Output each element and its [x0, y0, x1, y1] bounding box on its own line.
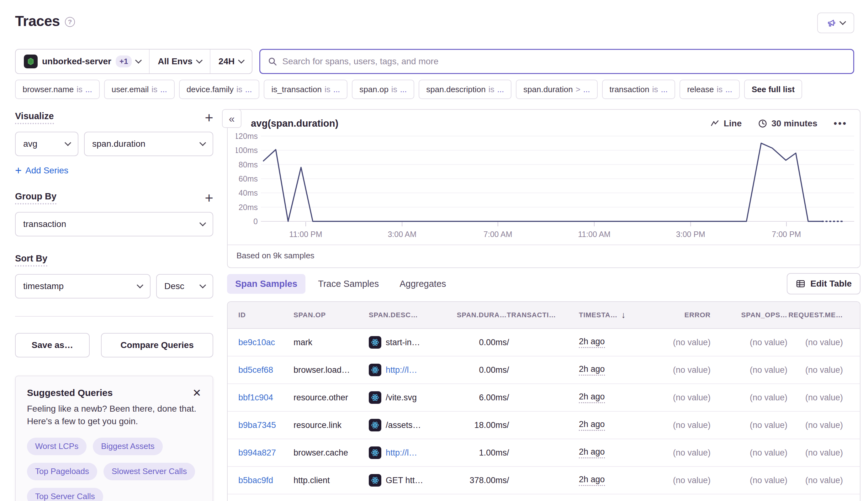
- tab-trace-samples[interactable]: Trace Samples: [310, 274, 387, 294]
- filter-chip-browser.name[interactable]: browser.nameis...: [15, 79, 100, 99]
- cell-timestamp[interactable]: 2h ago: [579, 419, 638, 431]
- react-project-icon: [369, 446, 381, 459]
- sort-desc-icon[interactable]: ↓: [621, 310, 626, 320]
- column-header[interactable]: SPAN.OP: [294, 311, 369, 319]
- suggested-query-chip[interactable]: Top Pageloads: [27, 463, 97, 480]
- close-icon[interactable]: ✕: [192, 387, 202, 398]
- chip-field: release: [687, 85, 714, 94]
- cell-timestamp[interactable]: 2h ago: [579, 475, 638, 486]
- environment-selector[interactable]: All Envs: [150, 50, 210, 73]
- sort-by-section-head: Sort By: [15, 253, 213, 266]
- column-header[interactable]: TIMESTA…↓: [579, 310, 638, 320]
- filter-chip-span.duration[interactable]: span.duration>...: [516, 79, 597, 99]
- tab-aggregates[interactable]: Aggregates: [391, 274, 454, 294]
- suggested-query-chip[interactable]: Top Server Calls: [27, 488, 103, 501]
- span-samples-table: IDSPAN.OPSPAN.DESC…SPAN.DURA…TRANSACTI…T…: [227, 301, 860, 501]
- filter-chip-span.op[interactable]: span.opis...: [352, 79, 414, 99]
- cell-span-id[interactable]: bd5cef68: [227, 365, 294, 375]
- help-icon[interactable]: ?: [65, 17, 75, 27]
- suggested-query-chip[interactable]: Slowest Server Calls: [104, 463, 195, 480]
- field-select[interactable]: span.duration: [84, 132, 213, 156]
- cell-request-method: (no value): [787, 393, 860, 403]
- cell-span-duration: 6.00ms: [444, 393, 507, 403]
- cell-timestamp[interactable]: 2h ago: [579, 337, 638, 348]
- filter-chip-span.description[interactable]: span.descriptionis...: [419, 79, 511, 99]
- filter-chip-is_transaction[interactable]: is_transactionis...: [264, 79, 348, 99]
- chevron-down-icon: [199, 139, 206, 146]
- column-header[interactable]: ERROR: [638, 311, 711, 319]
- cell-span-id[interactable]: b9ba7345: [227, 420, 294, 430]
- suggested-queries-title: Suggested Queries: [27, 387, 113, 398]
- table-header-row: IDSPAN.OPSPAN.DESC…SPAN.DURA…TRANSACTI…T…: [227, 302, 860, 329]
- column-header[interactable]: REQUEST.ME…: [787, 311, 860, 319]
- see-full-list-button[interactable]: See full list: [744, 79, 802, 99]
- cell-timestamp[interactable]: 2h ago: [579, 364, 638, 376]
- project-selector[interactable]: unborked-server +1: [16, 50, 149, 73]
- chart-sample-note: Based on 9k samples: [227, 245, 860, 266]
- chip-field: span.description: [426, 85, 485, 94]
- chart-more-menu[interactable]: •••: [834, 118, 847, 129]
- y-axis-tick: 40ms: [239, 189, 258, 197]
- search-bar[interactable]: [260, 49, 854, 74]
- column-header[interactable]: SPAN_OPS…: [711, 311, 787, 319]
- cell-span-description[interactable]: http://l…: [369, 364, 444, 376]
- chart-controls: Line 30 minutes •••: [710, 118, 847, 129]
- chart-interval-button[interactable]: 30 minutes: [758, 118, 817, 129]
- filter-chip-user.email[interactable]: user.emailis...: [104, 79, 174, 99]
- suggested-query-chip[interactable]: Worst LCPs: [27, 438, 86, 455]
- filter-chip-device.family[interactable]: device.familyis...: [179, 79, 260, 99]
- cell-span-description[interactable]: /assets…: [369, 419, 444, 431]
- y-axis-tick: 0: [253, 217, 258, 226]
- cell-transaction: /: [507, 420, 579, 430]
- filter-chip-release[interactable]: releaseis...: [679, 79, 740, 99]
- cell-span-id[interactable]: bbf1c904: [227, 393, 294, 403]
- cell-span-duration: 1.00ms: [444, 448, 507, 458]
- suggested-queries-chips: Worst LCPsBiggest AssetsTop PageloadsSlo…: [27, 438, 201, 501]
- suggested-query-chip[interactable]: Biggest Assets: [93, 438, 163, 455]
- cell-timestamp[interactable]: 2h ago: [579, 392, 638, 403]
- cell-span-duration: 18.00ms: [444, 420, 507, 430]
- cell-span-ops: (no value): [711, 365, 787, 375]
- cell-span-id[interactable]: be9c10ac: [227, 338, 294, 348]
- edit-table-button[interactable]: Edit Table: [787, 273, 860, 295]
- group-by-label: Group By: [15, 191, 56, 204]
- compare-queries-button[interactable]: Compare Queries: [101, 333, 213, 358]
- cell-span-description[interactable]: http://l…: [369, 446, 444, 459]
- whats-new-button[interactable]: [817, 12, 854, 33]
- save-as-button[interactable]: Save as…: [15, 333, 90, 358]
- add-series-button[interactable]: + Add Series: [15, 166, 68, 175]
- date-range-selector[interactable]: 24H: [210, 50, 252, 73]
- sort-field-value: timestamp: [23, 281, 64, 291]
- column-header[interactable]: TRANSACTI…: [507, 311, 579, 319]
- cell-span-description[interactable]: GET htt…: [369, 474, 444, 487]
- cell-transaction: /: [507, 338, 579, 348]
- y-axis-tick: 20ms: [239, 203, 258, 212]
- cell-timestamp[interactable]: 2h ago: [579, 447, 638, 458]
- filter-chip-transaction[interactable]: transactionis...: [602, 79, 676, 99]
- cell-span-description[interactable]: /vite.svg: [369, 391, 444, 404]
- cell-span-id[interactable]: b5bac9fd: [227, 476, 294, 485]
- column-header[interactable]: ID: [227, 311, 294, 319]
- add-group-by-button[interactable]: +: [205, 192, 213, 204]
- column-header[interactable]: SPAN.DESC…: [369, 311, 444, 319]
- table-row: b994a827browser.cachehttp://l…1.00ms/2h …: [227, 439, 860, 467]
- cell-error: (no value): [638, 448, 711, 458]
- tab-span-samples[interactable]: Span Samples: [227, 274, 305, 294]
- chart-type-button[interactable]: Line: [710, 118, 742, 129]
- span-description-text: start-in…: [386, 338, 420, 348]
- sort-field-select[interactable]: timestamp: [15, 274, 150, 298]
- cell-span-id[interactable]: b994a827: [227, 448, 294, 458]
- visualize-controls: avg span.duration: [15, 132, 213, 156]
- duration-line-chart[interactable]: 120ms100ms80ms60ms40ms20ms011:00 PM3:00 …: [236, 131, 860, 242]
- sort-direction-select[interactable]: Desc: [156, 274, 213, 298]
- aggregate-select[interactable]: avg: [15, 132, 78, 156]
- collapse-sidebar-button[interactable]: «: [222, 109, 242, 128]
- chevron-down-icon: [199, 220, 206, 226]
- cell-span-description[interactable]: start-in…: [369, 336, 444, 349]
- chip-operator: is: [151, 85, 157, 94]
- column-header[interactable]: SPAN.DURA…: [444, 311, 507, 319]
- group-by-select[interactable]: transaction: [15, 212, 213, 236]
- search-input[interactable]: [282, 56, 846, 66]
- add-visualize-button[interactable]: +: [205, 112, 213, 124]
- cell-error: (no value): [638, 393, 711, 403]
